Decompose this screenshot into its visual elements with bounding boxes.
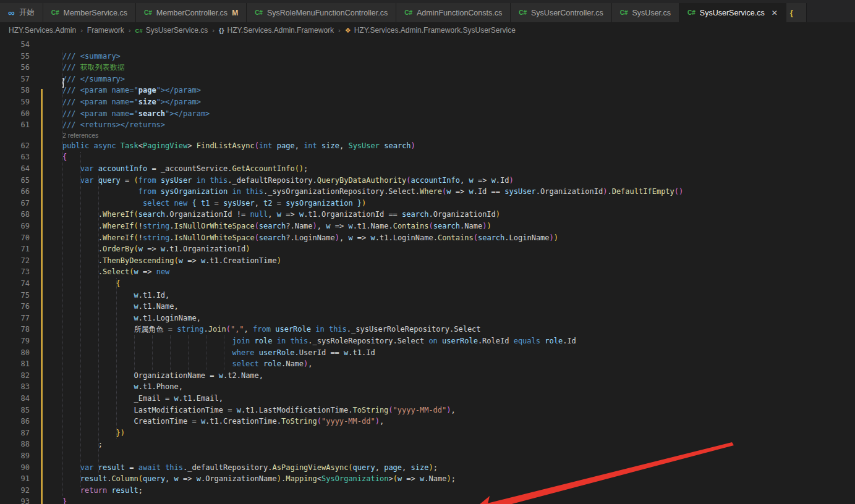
code-text: w.t1.Name, xyxy=(45,301,179,313)
line-number: 85 xyxy=(0,405,30,416)
code-line-91[interactable]: 91 result.Column(query, w => w.Organizat… xyxy=(0,473,855,485)
line-number: 83 xyxy=(0,381,30,393)
line-number: 74 xyxy=(0,278,30,290)
code-line-55[interactable]: 55 /// <summary> xyxy=(0,51,855,62)
code-line-78[interactable]: 78 所属角色 = string.Join(",", from userRole… xyxy=(0,324,855,335)
json-brace-icon: { xyxy=(790,8,793,17)
tab-label: MemberService.cs xyxy=(64,9,128,17)
code-line-75[interactable]: 75 w.t1.Id, xyxy=(0,290,855,301)
code-line-79[interactable]: 79 join role in this._sysRoleRepository.… xyxy=(0,335,855,347)
code-line-61[interactable]: 61 /// <returns></returns> xyxy=(0,119,855,131)
tab-SysRoleMenuFunctionController.cs[interactable]: C#SysRoleMenuFunctionController.cs xyxy=(247,3,396,22)
breadcrumb: HZY.Services.Admin›Framework›C#SysUserSe… xyxy=(0,22,855,38)
tab-AdminFunctionConsts.cs[interactable]: C#AdminFunctionConsts.cs xyxy=(396,3,511,22)
code-line-73[interactable]: 73 .Select(w => new xyxy=(0,266,855,278)
code-line-88[interactable]: 88 ; xyxy=(0,439,855,450)
line-number: 70 xyxy=(0,232,30,244)
code-text: where userRole.UserId == w.t1.Id xyxy=(45,347,375,359)
code-line-66[interactable]: 66 from sysOrganization in this._sysOrga… xyxy=(0,186,855,198)
csharp-file-icon: C# xyxy=(620,9,628,16)
code-line-64[interactable]: 64 var accountInfo = _accountService.Get… xyxy=(0,163,855,175)
line-number: 73 xyxy=(0,266,30,278)
code-line-84[interactable]: 84 _Email = w.t1.Email, xyxy=(0,393,855,405)
vs-editor-window: ∞开始C#MemberService.csC#MemberController.… xyxy=(0,0,855,504)
code-text: join role in this._sysRoleRepository.Sel… xyxy=(45,335,576,347)
code-line-68[interactable]: 68 .WhereIf(search.OrganizationId != nul… xyxy=(0,209,855,220)
code-line-85[interactable]: 85 LastModificationTime = w.t1.LastModif… xyxy=(0,405,855,416)
code-text: select role.Name), xyxy=(45,358,313,370)
tab-MemberController.cs[interactable]: C#MemberController.csM xyxy=(136,3,247,22)
code-line-83[interactable]: 83 w.t1.Phone, xyxy=(0,381,855,393)
code-line-59[interactable]: 59 /// <param name="size"></param> xyxy=(0,96,855,108)
breadcrumb-label: HZY.Services.Admin xyxy=(9,26,76,35)
breadcrumb-item[interactable]: {}HZY.Services.Admin.Framework xyxy=(219,26,334,35)
code-line-63[interactable]: 63 { xyxy=(0,151,855,163)
line-number: 90 xyxy=(0,462,30,474)
code-line-80[interactable]: 80 where userRole.UserId == w.t1.Id xyxy=(0,347,855,359)
code-text: from sysOrganization in this._sysOrganiz… xyxy=(45,186,683,198)
code-line-57[interactable]: 57 /// </summary> xyxy=(0,74,855,85)
tab-SysUser.cs[interactable]: C#SysUser.cs xyxy=(612,3,679,22)
tab-SysUserService.cs[interactable]: C#SysUserService.cs✕ xyxy=(679,3,786,22)
code-line-74[interactable]: 74 { xyxy=(0,278,855,290)
tab-label: MemberController.cs xyxy=(156,9,228,17)
line-number: 61 xyxy=(0,119,30,131)
line-number: 63 xyxy=(0,151,30,163)
code-text: /// <param name="page"></param> xyxy=(45,85,201,96)
code-line-92[interactable]: 92 return result; xyxy=(0,485,855,497)
code-editor[interactable]: 54 55 /// <summary>56 /// 获取列表数据57 /// <… xyxy=(0,38,855,504)
line-number: 78 xyxy=(0,324,30,335)
line-number: 58 xyxy=(0,85,30,96)
breadcrumb-item[interactable]: HZY.Services.Admin xyxy=(9,26,76,35)
code-line-71[interactable]: 71 .OrderBy(w => w.t1.OrganizationId) xyxy=(0,243,855,255)
breadcrumb-item[interactable]: ❖HZY.Services.Admin.Framework.SysUserSer… xyxy=(345,26,516,35)
code-line-70[interactable]: 70 .WhereIf(!string.IsNullOrWhiteSpace(s… xyxy=(0,232,855,244)
line-number: 80 xyxy=(0,347,30,359)
code-line-76[interactable]: 76 w.t1.Name, xyxy=(0,301,855,313)
breadcrumb-label: HZY.Services.Admin.Framework.SysUserServ… xyxy=(354,26,516,35)
codelens-references[interactable]: 2 references xyxy=(62,131,98,140)
code-line-89[interactable]: 89 xyxy=(0,450,855,462)
code-line-81[interactable]: 81 select role.Name), xyxy=(0,358,855,370)
code-line-67[interactable]: 67 select new { t1 = sysUser, t2 = sysOr… xyxy=(0,198,855,209)
tab-partial[interactable]: { xyxy=(786,3,807,22)
code-line-62[interactable]: 62 public async Task<PagingView> FindLis… xyxy=(0,140,855,152)
line-number: 57 xyxy=(0,74,30,85)
code-line-82[interactable]: 82 OrganizationName = w.t2.Name, xyxy=(0,370,855,382)
code-line-56[interactable]: 56 /// 获取列表数据 xyxy=(0,62,855,74)
breadcrumb-item[interactable]: Framework xyxy=(87,26,124,35)
tab-label: SysUserService.cs xyxy=(700,9,765,17)
code-line-93[interactable]: 93 } xyxy=(0,496,855,504)
code-line-72[interactable]: 72 .ThenByDescending(w => w.t1.CreationT… xyxy=(0,255,855,267)
line-number: 81 xyxy=(0,358,30,370)
tab-MemberService.cs[interactable]: C#MemberService.cs xyxy=(43,3,136,22)
code-line-69[interactable]: 69 .WhereIf(!string.IsNullOrWhiteSpace(s… xyxy=(0,220,855,232)
tab-SysUserController.cs[interactable]: C#SysUserController.cs xyxy=(511,3,612,22)
tab-bar: ∞开始C#MemberService.csC#MemberController.… xyxy=(0,0,855,22)
tab-开始[interactable]: ∞开始 xyxy=(0,3,43,22)
code-line-58[interactable]: 58 /// <param name="page"></param> xyxy=(0,85,855,96)
close-icon[interactable]: ✕ xyxy=(772,9,778,17)
code-text: result.Column(query, w => w.Organization… xyxy=(45,473,456,485)
code-text: LastModificationTime = w.t1.LastModifica… xyxy=(45,405,456,416)
line-number: 66 xyxy=(0,186,30,198)
breadcrumb-label: SysUserService.cs xyxy=(146,26,208,35)
code-text: /// 获取列表数据 xyxy=(45,62,125,74)
code-line-86[interactable]: 86 CreationTime = w.t1.CreationTime.ToSt… xyxy=(0,416,855,427)
code-line-65[interactable]: 65 var query = (from sysUser in this._de… xyxy=(0,175,855,187)
modified-badge: M xyxy=(232,9,238,17)
indent-guide xyxy=(116,278,117,439)
code-text: /// <param name="search"></param> xyxy=(45,108,210,120)
breadcrumb-item[interactable]: C#SysUserService.cs xyxy=(135,26,208,35)
code-line-77[interactable]: 77 w.t1.LoginName, xyxy=(0,313,855,324)
line-number: 68 xyxy=(0,209,30,220)
code-line-87[interactable]: 87 }) xyxy=(0,427,855,439)
indent-guide xyxy=(152,335,153,370)
csharp-file-icon: C# xyxy=(687,9,695,16)
tab-label: 开始 xyxy=(19,7,35,18)
line-number: 79 xyxy=(0,335,30,347)
code-line-54[interactable]: 54 xyxy=(0,39,855,51)
code-line-90[interactable]: 90 var result = await this._defaultRepos… xyxy=(0,462,855,474)
namespace-braces-icon: {} xyxy=(219,27,224,34)
code-line-60[interactable]: 60 /// <param name="search"></param> xyxy=(0,108,855,120)
